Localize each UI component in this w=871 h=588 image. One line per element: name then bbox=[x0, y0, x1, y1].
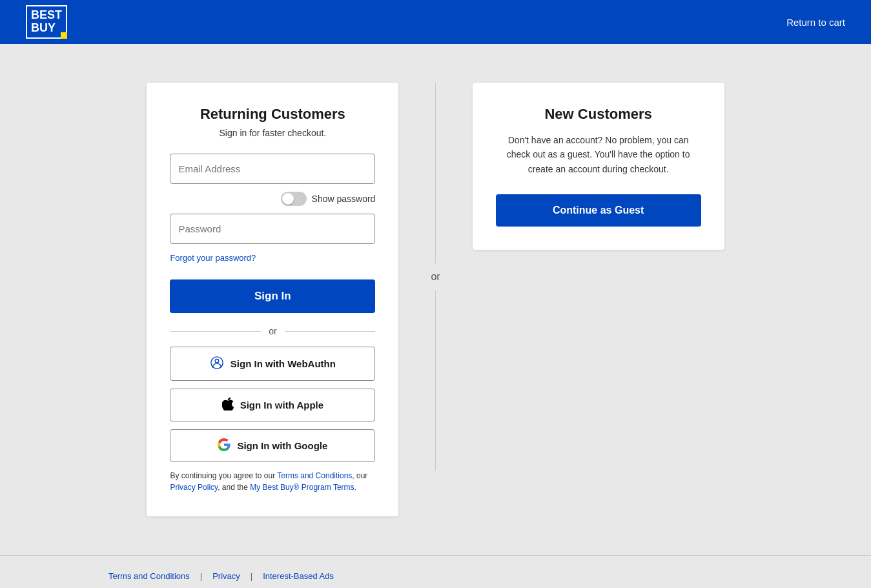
google-signin-button[interactable]: Sign In with Google bbox=[170, 429, 375, 462]
webauthn-button[interactable]: Sign In with WebAuthn bbox=[170, 347, 375, 381]
footer-privacy-link[interactable]: Privacy bbox=[212, 571, 240, 581]
footer-links: Terms and Conditions | Privacy | Interes… bbox=[108, 571, 763, 581]
webauthn-icon bbox=[210, 356, 224, 372]
separator-line-top bbox=[435, 83, 436, 263]
site-footer: Terms and Conditions | Privacy | Interes… bbox=[0, 555, 871, 588]
new-customers-title: New Customers bbox=[496, 106, 701, 123]
password-input[interactable] bbox=[170, 214, 375, 244]
divider-left bbox=[170, 331, 261, 332]
show-password-label: Show password bbox=[312, 194, 376, 204]
terms-text: By continuing you agree to our Terms and… bbox=[170, 470, 375, 493]
mybuy-terms-link[interactable]: My Best Buy® Program Terms bbox=[250, 483, 354, 492]
google-icon bbox=[218, 438, 231, 453]
or-divider: or bbox=[170, 326, 375, 336]
apple-signin-button[interactable]: Sign In with Apple bbox=[170, 389, 375, 421]
terms-conditions-link[interactable]: Terms and Conditions bbox=[277, 471, 352, 480]
site-header: BESTBUY Return to cart bbox=[0, 0, 871, 44]
footer-divider-1: | bbox=[200, 571, 202, 581]
logo-tag bbox=[61, 32, 67, 39]
returning-customers-title: Returning Customers bbox=[170, 106, 375, 123]
show-password-row: Show password bbox=[170, 192, 375, 206]
or-text: or bbox=[269, 326, 276, 336]
separator-column: or bbox=[398, 83, 472, 471]
bestbuy-logo: BESTBUY bbox=[26, 5, 67, 39]
new-customers-description: Don't have an account? No problem, you c… bbox=[496, 133, 701, 176]
privacy-policy-link[interactable]: Privacy Policy bbox=[170, 483, 218, 492]
separator-or-text: or bbox=[431, 263, 440, 290]
google-signin-label: Sign In with Google bbox=[237, 440, 327, 451]
logo: BESTBUY bbox=[26, 5, 67, 39]
footer-divider-2: | bbox=[251, 571, 252, 581]
main-content: Returning Customers Sign in for faster c… bbox=[48, 44, 823, 555]
svg-point-1 bbox=[215, 360, 219, 363]
continue-as-guest-button[interactable]: Continue as Guest bbox=[496, 194, 701, 227]
email-input[interactable] bbox=[170, 154, 375, 184]
returning-customers-card: Returning Customers Sign in for faster c… bbox=[147, 83, 398, 516]
footer-terms-link[interactable]: Terms and Conditions bbox=[108, 571, 190, 581]
webauthn-label: Sign In with WebAuthn bbox=[231, 358, 336, 369]
apple-signin-label: Sign In with Apple bbox=[240, 400, 323, 411]
footer-ads-link[interactable]: Interest-Based Ads bbox=[263, 571, 334, 581]
separator-line-bottom bbox=[435, 290, 436, 471]
sign-in-button[interactable]: Sign In bbox=[170, 279, 375, 313]
divider-right bbox=[285, 331, 376, 332]
show-password-toggle[interactable] bbox=[281, 192, 307, 206]
returning-customers-subtitle: Sign in for faster checkout. bbox=[170, 128, 375, 138]
apple-icon bbox=[222, 398, 234, 412]
new-customers-card: New Customers Don't have an account? No … bbox=[473, 83, 724, 250]
logo-text: BESTBUY bbox=[31, 8, 62, 34]
forgot-password-link[interactable]: Forgot your password? bbox=[170, 253, 256, 263]
return-to-cart-link[interactable]: Return to cart bbox=[786, 17, 845, 28]
